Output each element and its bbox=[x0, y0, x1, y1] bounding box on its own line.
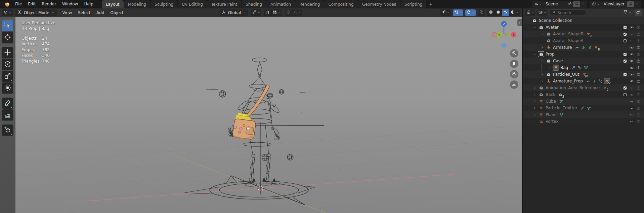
workspace-tab-scripting[interactable]: Scripting bbox=[400, 0, 426, 8]
outliner-row-vortex[interactable]: Vortex bbox=[523, 118, 644, 125]
filter-dropdown[interactable] bbox=[622, 9, 633, 16]
eye-open-icon[interactable] bbox=[628, 72, 635, 77]
axis-neg-x-ball[interactable] bbox=[492, 32, 497, 37]
expander-right-icon[interactable] bbox=[546, 66, 553, 69]
expander-right-icon[interactable] bbox=[539, 79, 546, 83]
workspace-tab-rendering[interactable]: Rendering bbox=[295, 0, 324, 8]
armature-icon[interactable] bbox=[546, 45, 551, 50]
expander-down-icon[interactable] bbox=[539, 59, 546, 63]
outliner-editor-type-button[interactable] bbox=[525, 9, 535, 16]
outliner-row-scene-collection[interactable]: Scene Collection bbox=[523, 17, 644, 24]
viewlayer-name[interactable]: ViewLayer bbox=[601, 2, 627, 6]
menu-window[interactable]: Window bbox=[59, 0, 81, 8]
scene-name[interactable]: Scene bbox=[543, 2, 566, 6]
viewlayer-selector[interactable]: ViewLayer bbox=[590, 1, 641, 8]
pan-button[interactable] bbox=[510, 60, 518, 68]
outliner-row-armature-prop[interactable]: Armature_Prop22 bbox=[523, 78, 644, 84]
tool-annotate-button[interactable] bbox=[2, 98, 13, 109]
eye-open-icon[interactable] bbox=[628, 45, 635, 50]
exclude-checkbox[interactable] bbox=[621, 58, 628, 64]
eye-open-icon[interactable] bbox=[628, 58, 635, 64]
viewport-menu-object[interactable]: Object bbox=[107, 8, 126, 17]
exclude-checkbox[interactable] bbox=[621, 72, 628, 77]
expander-down-icon[interactable] bbox=[531, 26, 538, 29]
viewport-3d-scene[interactable] bbox=[0, 17, 522, 213]
collection-icon[interactable] bbox=[546, 58, 551, 64]
exclude-checkbox[interactable] bbox=[621, 31, 628, 37]
overlays-toggle[interactable] bbox=[465, 9, 476, 16]
proportional-falloff-icon[interactable] bbox=[292, 9, 302, 16]
transform-orientation-dropdown[interactable]: Global bbox=[220, 9, 248, 16]
eye-open-icon[interactable] bbox=[628, 65, 635, 70]
camera-icon[interactable] bbox=[635, 45, 642, 50]
menu-edit[interactable]: Edit bbox=[25, 0, 39, 8]
expander-right-icon[interactable] bbox=[539, 73, 546, 76]
gizmo-toggle[interactable] bbox=[453, 9, 463, 16]
workspace-tab-uv-editing[interactable]: UV Editing bbox=[178, 0, 207, 8]
camera-view-button[interactable] bbox=[510, 70, 518, 78]
new-collection-button[interactable] bbox=[635, 9, 642, 16]
menu-help[interactable]: Help bbox=[81, 0, 96, 8]
expander-right-icon[interactable] bbox=[531, 93, 538, 96]
eye-open-icon[interactable] bbox=[628, 92, 635, 97]
camera-icon[interactable] bbox=[635, 38, 642, 43]
collection-icon[interactable] bbox=[546, 72, 551, 77]
expander-right-icon[interactable] bbox=[539, 46, 546, 49]
eye-open-icon[interactable] bbox=[628, 51, 635, 57]
workspace-tab-modeling[interactable]: Modeling bbox=[124, 0, 151, 8]
outliner-row-particle-emitter[interactable]: Particle_Emitter bbox=[523, 105, 644, 111]
expander-right-icon[interactable] bbox=[531, 113, 538, 116]
eye-closed-icon[interactable] bbox=[628, 99, 635, 104]
collection-icon[interactable] bbox=[538, 51, 544, 57]
shading-wireframe-toggle[interactable] bbox=[487, 9, 495, 16]
scene-selector[interactable]: Scene bbox=[532, 1, 587, 8]
collection-icon[interactable] bbox=[538, 25, 544, 30]
search-input[interactable] bbox=[557, 10, 584, 15]
pin-icon[interactable] bbox=[566, 1, 573, 7]
visibility-toggle[interactable] bbox=[440, 9, 451, 16]
workspace-tab-sculpting[interactable]: Sculpting bbox=[151, 0, 177, 8]
outliner-row-plane[interactable]: Plane bbox=[523, 111, 644, 118]
camera-icon[interactable] bbox=[635, 78, 642, 84]
camera-disabled-icon[interactable] bbox=[635, 105, 642, 111]
camera-disabled-icon[interactable] bbox=[635, 119, 642, 124]
snap-snap-target-icon[interactable] bbox=[271, 9, 282, 16]
workspace-tab-shading[interactable]: Shading bbox=[242, 0, 266, 8]
workspace-tab-texture-paint[interactable]: Texture Paint bbox=[207, 0, 241, 8]
axis-neg-y-ball[interactable] bbox=[507, 32, 512, 37]
outliner-row-prop[interactable]: Prop bbox=[523, 51, 644, 58]
tool-scale-button[interactable] bbox=[2, 71, 13, 82]
camera-disabled-icon[interactable] bbox=[635, 112, 642, 117]
workspace-tab-layout[interactable]: Layout bbox=[102, 0, 124, 8]
eye-closed-icon[interactable] bbox=[628, 38, 635, 43]
outliner-row-avatar-shapea[interactable]: Avatar_ShapeA bbox=[523, 37, 644, 44]
outliner-row-avatar-shapeb[interactable]: Avatar_ShapeB8 bbox=[523, 31, 644, 37]
expander-down-icon[interactable] bbox=[531, 52, 538, 56]
outliner-search[interactable] bbox=[550, 9, 586, 16]
eye-closed-icon[interactable] bbox=[628, 31, 635, 37]
tool-rotate-button[interactable] bbox=[2, 59, 13, 70]
eye-closed-icon[interactable] bbox=[628, 112, 635, 117]
outliner-row-bag[interactable]: Bag bbox=[523, 64, 644, 71]
camera-disabled-icon[interactable] bbox=[635, 25, 642, 30]
viewport-menu-select[interactable]: Select bbox=[75, 8, 93, 17]
toggle-ortho-button[interactable] bbox=[510, 80, 518, 89]
armature-icon[interactable] bbox=[546, 78, 551, 84]
expander-right-icon[interactable] bbox=[531, 100, 538, 103]
outliner-row-animation-area-reference[interactable]: Animation_Area_Reference2 bbox=[523, 84, 644, 91]
outliner-row-armature[interactable]: Armature8 bbox=[523, 44, 644, 51]
workspace-tab-animation[interactable]: Animation bbox=[266, 0, 295, 8]
sidebar-toggle-tab[interactable]: ‹ bbox=[517, 19, 522, 26]
exclude-checkbox[interactable] bbox=[621, 85, 628, 91]
eye-closed-icon[interactable] bbox=[628, 105, 635, 111]
viewport-menu-view[interactable]: View bbox=[59, 8, 75, 17]
camera-disabled-icon[interactable] bbox=[635, 51, 642, 57]
snap-magnet-icon[interactable] bbox=[264, 9, 271, 16]
pivot-point-dropdown[interactable] bbox=[251, 9, 261, 16]
eye-closed-icon[interactable] bbox=[628, 119, 635, 124]
menu-file[interactable]: File bbox=[12, 0, 25, 8]
proportional-proportional-icon[interactable] bbox=[285, 9, 292, 16]
collection-icon[interactable] bbox=[546, 38, 551, 43]
exclude-checkbox[interactable] bbox=[621, 51, 628, 57]
zoom-button[interactable] bbox=[510, 49, 518, 58]
